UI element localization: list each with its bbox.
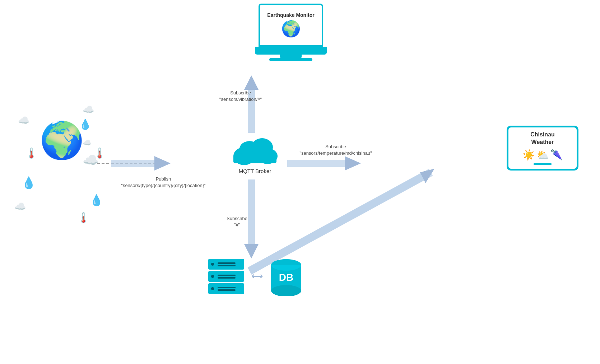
- drop-icon-3: 💧: [90, 194, 103, 206]
- svg-marker-13: [250, 172, 431, 271]
- laptop-base: [255, 47, 327, 55]
- subscribe-hash-label: Subscribe "#": [215, 215, 259, 228]
- earth-globe-icon: 🌍: [39, 122, 84, 158]
- server-unit-1: [208, 259, 244, 270]
- server-line-3a: [218, 287, 236, 288]
- laptop-icon: Earthquake Monitor 🌍: [255, 4, 327, 61]
- server-stack: [208, 259, 244, 294]
- server-unit-3: [208, 283, 244, 294]
- mqtt-broker-component: MQTT Broker: [223, 133, 287, 174]
- svg-marker-10: [345, 156, 361, 171]
- subscribe-temperature-label: Subscribe "sensors/temperature/md/chisin…: [294, 144, 377, 157]
- drop-icon-1: 💧: [79, 118, 92, 130]
- cloud-icon-2: ☁️: [83, 104, 94, 115]
- server-line-2a: [218, 275, 236, 276]
- server-line-3b: [218, 289, 236, 291]
- drop-icon-2: 💧: [22, 176, 36, 190]
- db-cylinder: DB: [270, 258, 302, 294]
- earth-sensor-area: 🌍 ☁️ ☁️ ☁️ ☁️ 💧 💧 💧 🌡️ 🌡️ 🌡️ ☁️: [11, 101, 136, 230]
- svg-marker-6: [154, 156, 171, 171]
- cloud-icon-small: ☁️: [83, 138, 92, 147]
- svg-marker-12: [244, 244, 259, 258]
- cloud-weather-icon: ⛅: [536, 149, 549, 161]
- cloud-icon-1: ☁️: [18, 115, 29, 126]
- globe-icon: 🌍: [281, 19, 301, 38]
- server-db-component: ⟷ DB: [208, 258, 302, 294]
- server-dot-3: [211, 287, 214, 290]
- svg-marker-11: [248, 179, 255, 244]
- thermometer-icon-3: 🌡️: [77, 212, 90, 224]
- cloud-icon-3: ☁️: [14, 201, 26, 212]
- server-unit-2: [208, 271, 244, 282]
- server-dot-1: [211, 263, 214, 266]
- weather-tablet: Chisinau Weather ☀️ ⛅ 🌂: [507, 126, 578, 171]
- svg-line-14: [250, 176, 424, 271]
- mqtt-broker-label: MQTT Broker: [223, 168, 287, 174]
- server-line-2b: [218, 277, 236, 279]
- svg-marker-8: [244, 75, 259, 90]
- earthquake-monitor-title: Earthquake Monitor: [267, 12, 314, 18]
- server-db-arrow: ⟷: [251, 272, 263, 281]
- svg-marker-15: [420, 169, 434, 183]
- laptop-stand: [280, 55, 302, 58]
- mqtt-cloud-svg: [230, 133, 280, 165]
- laptop-foot: [269, 58, 312, 61]
- rain-icon: 🌂: [550, 149, 563, 161]
- chisinau-weather-component: Chisinau Weather ☀️ ⛅ 🌂: [507, 126, 578, 171]
- sun-icon: ☀️: [522, 149, 535, 161]
- tablet-bottom-bar: [534, 163, 552, 165]
- svg-text:DB: DB: [279, 272, 293, 283]
- chisinau-weather-title: Chisinau Weather: [512, 131, 573, 146]
- db-svg: DB: [270, 258, 302, 296]
- server-dot-2: [211, 275, 214, 278]
- svg-rect-21: [233, 154, 276, 163]
- source-cloud-icon: ☁️: [83, 153, 99, 168]
- server-line-1a: [218, 262, 236, 264]
- svg-point-25: [271, 259, 301, 271]
- earthquake-monitor-component: Earthquake Monitor 🌍: [251, 4, 330, 61]
- svg-marker-9: [287, 160, 345, 167]
- thermometer-icon-1: 🌡️: [25, 147, 38, 159]
- laptop-screen: Earthquake Monitor 🌍: [259, 4, 323, 47]
- svg-point-20: [251, 138, 273, 156]
- subscribe-vibration-label: Subscribe "sensors/vibration/#": [212, 90, 269, 103]
- server-line-1b: [218, 265, 236, 266]
- weather-icons-row: ☀️ ⛅ 🌂: [512, 149, 573, 161]
- svg-point-24: [271, 285, 301, 296]
